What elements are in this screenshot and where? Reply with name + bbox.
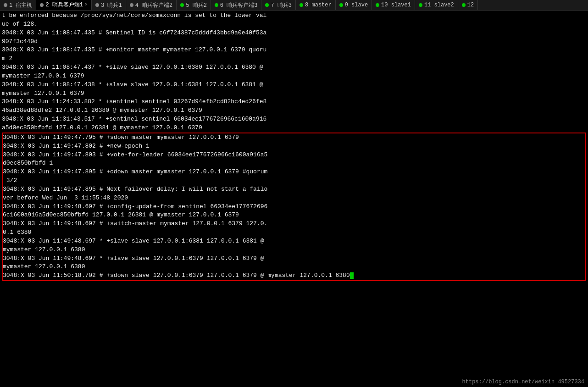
tab-label-2: 2 哨兵客户端1 (45, 1, 83, 9)
terminal-line: mymaster 127.0.0.1 6379 (2, 72, 586, 81)
terminal-line: 3048:X 03 Jun 11:08:47.435 # +monitor ma… (2, 46, 586, 55)
terminal-line-highlighted: d0ec850bfbfd 1 (3, 159, 585, 168)
tab-4[interactable]: 4 哨兵客户端2 (126, 0, 177, 10)
terminal-line-highlighted: mymaster 127.0.0.1 6380 (3, 246, 585, 254)
tab-dot-4 (130, 3, 133, 7)
tab-dot-12 (462, 3, 466, 7)
terminal-line: 3048:X 03 Jun 11:31:43.517 * +sentinel s… (2, 115, 586, 124)
terminal-line: 46ad38ed88dfe2 127.0.0.1 26380 @ mymaste… (2, 106, 586, 115)
tab-dot-7 (265, 3, 269, 7)
terminal-line-highlighted: 3048:X 03 Jun 11:49:47.795 # +sdown mast… (3, 133, 585, 142)
terminal-line-highlighted: 3048:X 03 Jun 11:49:48.697 # +switch-mas… (3, 220, 585, 228)
tab-9[interactable]: 9 slave (336, 0, 372, 10)
terminal-line: 3048:X 03 Jun 11:08:47.435 # Sentinel ID… (2, 29, 586, 38)
tab-3[interactable]: 3 哨兵1 (92, 0, 126, 10)
tab-label-9: 9 slave (345, 2, 368, 8)
tab-5[interactable]: 5 哨兵2 (177, 0, 211, 10)
tab-11[interactable]: 11 slave2 (415, 0, 458, 10)
tab-2[interactable]: 2 哨兵客户端1× (36, 0, 92, 10)
watermark: https://blog.csdn.net/weixin_49527334 (462, 379, 584, 385)
terminal-line: 3048:X 03 Jun 11:08:47.437 * +slave slav… (2, 63, 586, 72)
terminal-line: 907f3c440d (2, 38, 586, 46)
terminal-line-highlighted: ver before Wed Jun 3 11:55:48 2020 (3, 194, 585, 203)
tab-label-8: 8 master (305, 2, 332, 8)
terminal-line-highlighted: 0.1 6380 (3, 228, 585, 237)
tab-dot-11 (419, 3, 422, 7)
terminal-line-highlighted: 3048:X 03 Jun 11:50:18.702 # +sdown slav… (3, 271, 585, 280)
tab-dot-8 (300, 3, 303, 7)
terminal-line-highlighted: 3048:X 03 Jun 11:49:47.803 # +vote-for-l… (3, 151, 585, 160)
terminal-line-highlighted: 3048:X 03 Jun 11:49:47.895 # +odown mast… (3, 168, 585, 177)
tab-8[interactable]: 8 master (296, 0, 336, 10)
tab-label-5: 5 哨兵2 (186, 1, 207, 9)
terminal-line: ue of 128. (2, 20, 586, 29)
tab-6[interactable]: 6 哨兵客户端3 (211, 0, 262, 10)
terminal-line-highlighted: mymaster 127.0.0.1 6380 (3, 263, 585, 271)
tab-dot-5 (180, 3, 184, 7)
terminal-line-highlighted: 6c1600a916a5d0ec850bfbfd 127.0.0.1 26381… (3, 211, 585, 220)
tab-label-3: 3 哨兵1 (101, 1, 122, 9)
tab-7[interactable]: 7 哨兵3 (261, 0, 296, 10)
terminal: t be enforced because /proc/sys/net/core… (0, 11, 588, 387)
tab-dot-6 (215, 3, 218, 7)
tab-close-2[interactable]: × (85, 2, 88, 7)
tab-label-12: 12 (467, 2, 474, 8)
tab-dot-3 (95, 3, 99, 7)
terminal-line-highlighted: 3048:X 03 Jun 11:49:48.697 * +slave slav… (3, 254, 585, 263)
terminal-line-highlighted: 3048:X 03 Jun 11:49:48.697 # +config-upd… (3, 203, 585, 211)
tab-10[interactable]: 10 slave1 (372, 0, 415, 10)
terminal-line-highlighted: 3/2 (3, 177, 585, 185)
terminal-line-highlighted: 3048:X 03 Jun 11:49:47.802 # +new-epoch … (3, 142, 585, 151)
tab-label-7: 7 哨兵3 (271, 1, 292, 9)
terminal-line-highlighted: 3048:X 03 Jun 11:49:48.697 * +slave slav… (3, 237, 585, 246)
tab-label-11: 11 slave2 (424, 2, 454, 8)
tab-label-1: 1 宿主机 (9, 1, 32, 9)
terminal-line: 3048:X 03 Jun 11:24:33.882 * +sentinel s… (2, 98, 586, 106)
tab-label-4: 4 哨兵客户端2 (135, 1, 173, 9)
terminal-line: mymaster 127.0.0.1 6379 (2, 89, 586, 98)
tab-1[interactable]: 1 宿主机 (0, 0, 36, 10)
tab-dot-1 (4, 3, 7, 7)
terminal-cursor (350, 272, 354, 279)
tab-dot-2 (40, 3, 44, 7)
terminal-line: a5d0ec850bfbfd 127.0.0.1 26381 @ mymaste… (2, 124, 586, 133)
tab-bar: 1 宿主机2 哨兵客户端1×3 哨兵14 哨兵客户端25 哨兵26 哨兵客户端3… (0, 0, 588, 11)
terminal-line-highlighted: 3048:X 03 Jun 11:49:47.895 # Next failov… (3, 185, 585, 194)
highlight-section: 3048:X 03 Jun 11:49:47.795 # +sdown mast… (2, 133, 586, 281)
tab-12[interactable]: 12 (458, 0, 478, 10)
pre-highlight-section: t be enforced because /proc/sys/net/core… (2, 11, 586, 133)
tab-dot-10 (376, 3, 379, 7)
tab-label-6: 6 哨兵客户端3 (220, 1, 258, 9)
terminal-line: t be enforced because /proc/sys/net/core… (2, 11, 586, 20)
tab-label-10: 10 slave1 (381, 2, 411, 8)
terminal-line: m 2 (2, 55, 586, 63)
terminal-line: 3048:X 03 Jun 11:08:47.438 * +slave slav… (2, 81, 586, 89)
tab-dot-9 (339, 3, 343, 7)
